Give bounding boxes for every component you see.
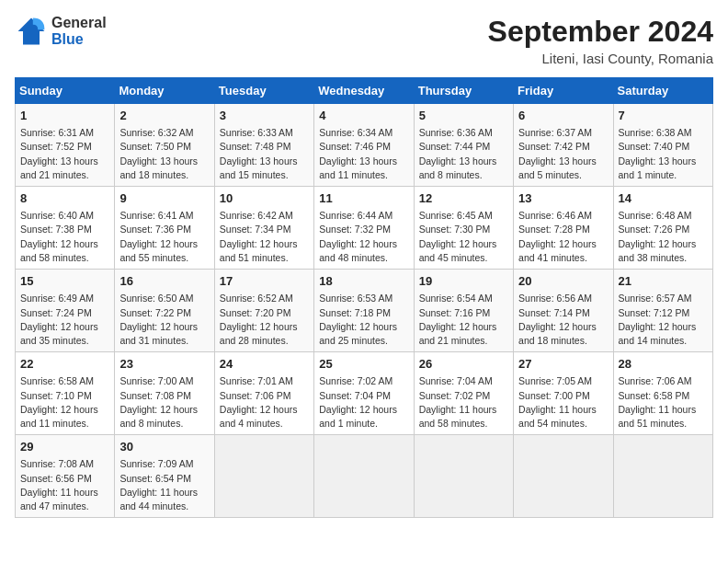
- day-detail: Sunrise: 6:50 AM Sunset: 7:22 PM Dayligh…: [119, 292, 209, 348]
- table-row: [314, 435, 414, 518]
- table-row: 23Sunrise: 7:00 AM Sunset: 7:08 PM Dayli…: [115, 352, 214, 435]
- day-detail: Sunrise: 6:42 AM Sunset: 7:34 PM Dayligh…: [220, 209, 309, 265]
- day-detail: Sunrise: 6:33 AM Sunset: 7:48 PM Dayligh…: [220, 126, 309, 182]
- table-row: 15Sunrise: 6:49 AM Sunset: 7:24 PM Dayli…: [16, 270, 115, 352]
- table-row: 18Sunrise: 6:53 AM Sunset: 7:18 PM Dayli…: [314, 270, 414, 352]
- day-number: 11: [319, 190, 408, 207]
- day-number: 14: [619, 190, 708, 207]
- table-row: 1Sunrise: 6:31 AM Sunset: 7:52 PM Daylig…: [16, 104, 115, 187]
- day-detail: Sunrise: 6:44 AM Sunset: 7:32 PM Dayligh…: [319, 209, 408, 265]
- day-number: 10: [220, 190, 309, 207]
- day-detail: Sunrise: 6:52 AM Sunset: 7:20 PM Dayligh…: [220, 292, 309, 348]
- table-row: 30Sunrise: 7:09 AM Sunset: 6:54 PM Dayli…: [115, 435, 214, 518]
- col-sunday: Sunday: [16, 78, 115, 104]
- col-friday: Friday: [514, 78, 613, 104]
- table-row: 3Sunrise: 6:33 AM Sunset: 7:48 PM Daylig…: [214, 104, 313, 187]
- day-detail: Sunrise: 6:54 AM Sunset: 7:16 PM Dayligh…: [419, 292, 508, 348]
- day-number: 4: [319, 108, 408, 124]
- header: General Blue September 2024 Liteni, Iasi…: [15, 15, 713, 66]
- calendar-table: Sunday Monday Tuesday Wednesday Thursday…: [15, 77, 713, 518]
- day-detail: Sunrise: 6:37 AM Sunset: 7:42 PM Dayligh…: [518, 126, 608, 182]
- day-detail: Sunrise: 7:04 AM Sunset: 7:02 PM Dayligh…: [419, 374, 508, 431]
- day-number: 2: [119, 108, 209, 124]
- day-detail: Sunrise: 6:34 AM Sunset: 7:46 PM Dayligh…: [319, 126, 408, 182]
- table-row: 8Sunrise: 6:40 AM Sunset: 7:38 PM Daylig…: [16, 187, 115, 270]
- day-number: 19: [419, 273, 508, 290]
- day-number: 7: [619, 108, 708, 124]
- day-detail: Sunrise: 6:38 AM Sunset: 7:40 PM Dayligh…: [619, 126, 708, 182]
- table-row: 25Sunrise: 7:02 AM Sunset: 7:04 PM Dayli…: [314, 352, 414, 435]
- table-row: 4Sunrise: 6:34 AM Sunset: 7:46 PM Daylig…: [314, 104, 414, 187]
- col-wednesday: Wednesday: [314, 78, 414, 104]
- table-row: 29Sunrise: 7:08 AM Sunset: 6:56 PM Dayli…: [16, 435, 115, 518]
- day-detail: Sunrise: 6:32 AM Sunset: 7:50 PM Dayligh…: [119, 126, 209, 182]
- table-row: [214, 435, 313, 518]
- table-row: 16Sunrise: 6:50 AM Sunset: 7:22 PM Dayli…: [115, 270, 214, 352]
- table-row: 6Sunrise: 6:37 AM Sunset: 7:42 PM Daylig…: [514, 104, 613, 187]
- day-number: 26: [419, 356, 508, 373]
- day-detail: Sunrise: 7:00 AM Sunset: 7:08 PM Dayligh…: [119, 374, 209, 431]
- day-number: 20: [518, 273, 608, 290]
- day-number: 17: [220, 273, 309, 290]
- location: Liteni, Iasi County, Romania: [488, 51, 713, 66]
- day-detail: Sunrise: 6:40 AM Sunset: 7:38 PM Dayligh…: [20, 209, 109, 265]
- table-row: 20Sunrise: 6:56 AM Sunset: 7:14 PM Dayli…: [514, 270, 613, 352]
- table-row: 5Sunrise: 6:36 AM Sunset: 7:44 PM Daylig…: [414, 104, 513, 187]
- day-detail: Sunrise: 6:48 AM Sunset: 7:26 PM Dayligh…: [619, 209, 708, 265]
- calendar-header-row: Sunday Monday Tuesday Wednesday Thursday…: [16, 78, 713, 104]
- table-row: 21Sunrise: 6:57 AM Sunset: 7:12 PM Dayli…: [613, 270, 712, 352]
- day-detail: Sunrise: 6:58 AM Sunset: 7:10 PM Dayligh…: [20, 374, 109, 431]
- table-row: 11Sunrise: 6:44 AM Sunset: 7:32 PM Dayli…: [314, 187, 414, 270]
- col-monday: Monday: [115, 78, 214, 104]
- day-number: 8: [20, 190, 109, 207]
- table-row: 17Sunrise: 6:52 AM Sunset: 7:20 PM Dayli…: [214, 270, 313, 352]
- table-row: 14Sunrise: 6:48 AM Sunset: 7:26 PM Dayli…: [613, 187, 712, 270]
- day-number: 13: [518, 190, 608, 207]
- table-row: [414, 435, 513, 518]
- day-number: 6: [518, 108, 608, 124]
- logo-icon: [15, 15, 48, 48]
- table-row: 7Sunrise: 6:38 AM Sunset: 7:40 PM Daylig…: [613, 104, 712, 187]
- day-detail: Sunrise: 7:08 AM Sunset: 6:56 PM Dayligh…: [20, 457, 109, 513]
- day-detail: Sunrise: 6:36 AM Sunset: 7:44 PM Dayligh…: [419, 126, 508, 182]
- day-number: 16: [119, 273, 209, 290]
- day-number: 29: [20, 439, 109, 455]
- table-row: 9Sunrise: 6:41 AM Sunset: 7:36 PM Daylig…: [115, 187, 214, 270]
- logo: General Blue: [15, 15, 107, 48]
- day-detail: Sunrise: 7:01 AM Sunset: 7:06 PM Dayligh…: [220, 374, 309, 431]
- col-saturday: Saturday: [613, 78, 712, 104]
- day-number: 28: [619, 356, 708, 373]
- logo-text-block: General Blue: [51, 15, 107, 47]
- logo-blue: Blue: [51, 31, 107, 48]
- day-detail: Sunrise: 7:09 AM Sunset: 6:54 PM Dayligh…: [119, 457, 209, 513]
- day-detail: Sunrise: 6:57 AM Sunset: 7:12 PM Dayligh…: [619, 292, 708, 348]
- table-row: 19Sunrise: 6:54 AM Sunset: 7:16 PM Dayli…: [414, 270, 513, 352]
- table-row: [514, 435, 613, 518]
- table-row: 27Sunrise: 7:05 AM Sunset: 7:00 PM Dayli…: [514, 352, 613, 435]
- day-number: 25: [319, 356, 408, 373]
- table-row: 13Sunrise: 6:46 AM Sunset: 7:28 PM Dayli…: [514, 187, 613, 270]
- day-number: 23: [119, 356, 209, 373]
- day-detail: Sunrise: 6:56 AM Sunset: 7:14 PM Dayligh…: [518, 292, 608, 348]
- table-row: 2Sunrise: 6:32 AM Sunset: 7:50 PM Daylig…: [115, 104, 214, 187]
- col-tuesday: Tuesday: [214, 78, 313, 104]
- table-row: 26Sunrise: 7:04 AM Sunset: 7:02 PM Dayli…: [414, 352, 513, 435]
- day-number: 3: [220, 108, 309, 124]
- day-number: 24: [220, 356, 309, 373]
- day-detail: Sunrise: 6:53 AM Sunset: 7:18 PM Dayligh…: [319, 292, 408, 348]
- table-row: 22Sunrise: 6:58 AM Sunset: 7:10 PM Dayli…: [16, 352, 115, 435]
- day-detail: Sunrise: 6:31 AM Sunset: 7:52 PM Dayligh…: [20, 126, 109, 182]
- day-number: 27: [518, 356, 608, 373]
- table-row: 10Sunrise: 6:42 AM Sunset: 7:34 PM Dayli…: [214, 187, 313, 270]
- logo-general: General: [51, 15, 107, 31]
- col-thursday: Thursday: [414, 78, 513, 104]
- day-detail: Sunrise: 6:41 AM Sunset: 7:36 PM Dayligh…: [119, 209, 209, 265]
- table-row: 24Sunrise: 7:01 AM Sunset: 7:06 PM Dayli…: [214, 352, 313, 435]
- day-number: 1: [20, 108, 109, 124]
- day-number: 18: [319, 273, 408, 290]
- day-detail: Sunrise: 6:49 AM Sunset: 7:24 PM Dayligh…: [20, 292, 109, 348]
- day-number: 9: [119, 190, 209, 207]
- day-detail: Sunrise: 7:06 AM Sunset: 6:58 PM Dayligh…: [619, 374, 708, 431]
- day-detail: Sunrise: 7:05 AM Sunset: 7:00 PM Dayligh…: [518, 374, 608, 431]
- day-number: 21: [619, 273, 708, 290]
